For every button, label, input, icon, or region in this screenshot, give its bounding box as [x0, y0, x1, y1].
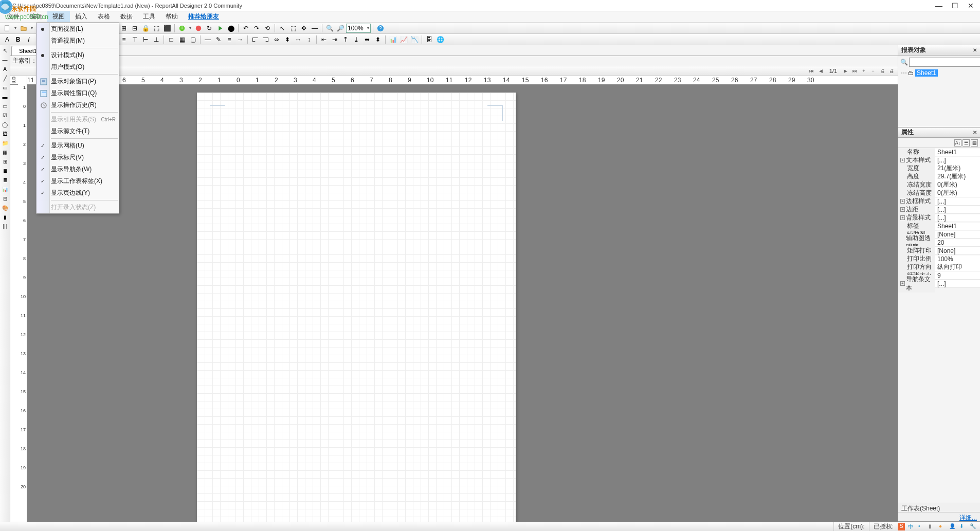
prop-row-5[interactable]: 冻结高度0(厘米) — [898, 189, 980, 197]
tool-rect2[interactable]: ▬ — [1, 93, 9, 101]
menu-data[interactable]: 数据 — [115, 11, 138, 22]
snap-right-button[interactable]: ⇥ — [330, 34, 340, 45]
pointer-tool[interactable]: ↖ — [277, 23, 287, 33]
prop-row-2[interactable]: 宽度21(厘米) — [898, 164, 980, 173]
pan-tool[interactable]: ✥ — [299, 23, 309, 33]
menu-item-1[interactable]: 普通视图(M) — [37, 35, 119, 47]
recommend-link[interactable]: 推荐给朋友 — [183, 11, 224, 22]
minimize-button[interactable]: — — [935, 2, 942, 10]
menu-item-15[interactable]: ✓显示导航条(W) — [37, 163, 119, 175]
object-search-input[interactable] — [909, 58, 980, 67]
menu-insert[interactable]: 插入 — [70, 11, 93, 22]
zoom-combo[interactable]: 100% — [346, 24, 371, 33]
tool-barcode[interactable]: ▮ — [1, 213, 9, 221]
tree-node-sheet[interactable]: ⋯ 🗀 Sheet1 — [900, 69, 978, 77]
menu-view[interactable]: 视图 — [47, 11, 70, 22]
open-button[interactable] — [19, 23, 29, 33]
menu-item-16[interactable]: ✓显示工作表标签(X) — [37, 175, 119, 187]
snap-top-button[interactable]: ⤒ — [340, 34, 351, 45]
tool-rect[interactable]: ▭ — [1, 83, 9, 91]
line-style-button[interactable]: — — [203, 34, 213, 45]
line-button[interactable]: ≡ — [224, 34, 234, 45]
size-w-button[interactable]: ↔ — [293, 34, 303, 45]
chart2-button[interactable]: 📈 — [398, 34, 409, 45]
prop-row-1[interactable]: +文本样式[...] — [898, 156, 980, 164]
chart3-button[interactable]: 📉 — [409, 34, 420, 45]
tray-icon-6[interactable]: 👤 — [949, 523, 956, 530]
italic-button[interactable]: I — [24, 34, 34, 45]
menu-item-8[interactable]: 显示操作历史(R) — [37, 99, 119, 111]
tool-text[interactable]: — — [1, 56, 9, 64]
nav-zoomin[interactable]: + — [860, 67, 868, 75]
center-v-button[interactable]: ⬍ — [373, 34, 383, 45]
size-h-button[interactable]: ↕ — [304, 34, 314, 45]
dist-h-button[interactable]: ⫍ — [250, 34, 260, 45]
tool-folder[interactable]: 📁 — [1, 139, 9, 147]
menu-help[interactable]: 帮助 — [160, 11, 183, 22]
menu-item-17[interactable]: ✓显示页边线(Y) — [37, 187, 119, 199]
menu-item-0[interactable]: 页面视图(L) — [37, 23, 119, 35]
tool-barcode2[interactable]: ||| — [1, 222, 9, 230]
menu-item-14[interactable]: ✓显示标尺(V) — [37, 152, 119, 163]
detail-link[interactable]: 详细... — [959, 514, 977, 520]
prop-row-8[interactable]: +背景样式[...] — [898, 214, 980, 222]
measure-tool[interactable]: — — [310, 23, 320, 33]
refresh-button[interactable]: ↻ — [204, 23, 214, 33]
tray-icon-2[interactable]: 中 — [908, 523, 915, 530]
close-button[interactable]: ✕ — [968, 2, 974, 10]
lock-button[interactable]: 🔒 — [140, 23, 151, 33]
group3-button[interactable]: ⬛ — [162, 23, 172, 33]
ungroup-button[interactable]: ⊟ — [130, 23, 140, 33]
maximize-button[interactable]: ☐ — [952, 2, 958, 10]
prop-page-icon[interactable]: ▤ — [971, 139, 978, 147]
nav-zoomout[interactable]: − — [869, 67, 877, 75]
prop-row-7[interactable]: +边距[...] — [898, 206, 980, 214]
add-green-button[interactable]: + — [177, 23, 187, 33]
align-top-button[interactable]: ⊤ — [130, 34, 140, 45]
menu-item-3[interactable]: 设计模式(N) — [37, 49, 119, 61]
tray-icon-1[interactable]: S — [898, 523, 905, 530]
play-button[interactable] — [215, 23, 225, 33]
tray-icon-8[interactable]: 🔧 — [970, 523, 977, 530]
align-bottom-button[interactable]: ⊥ — [151, 34, 161, 45]
tray-icon-4[interactable]: ▮ — [929, 523, 936, 530]
page[interactable] — [197, 93, 516, 522]
nav-last[interactable]: ⏭ — [850, 67, 859, 75]
prop-row-6[interactable]: +边框样式[...] — [898, 197, 980, 206]
tool-ellipse[interactable]: ◯ — [1, 120, 9, 129]
tool-colors[interactable]: 🎨 — [1, 204, 9, 212]
props-close-icon[interactable]: ✕ — [973, 130, 977, 135]
prop-row-9[interactable]: 标签Sheet1 — [898, 222, 980, 230]
menu-edit[interactable]: 编辑 — [25, 11, 47, 22]
redo-button[interactable]: ↷ — [251, 23, 262, 33]
select-tool[interactable]: ⬚ — [288, 23, 298, 33]
dist-v-button[interactable]: ⫎ — [261, 34, 271, 45]
nav-prev[interactable]: ◀ — [817, 67, 825, 75]
prop-cat-icon[interactable]: ☰ — [963, 139, 970, 147]
tray-icon-3[interactable]: • — [918, 523, 925, 530]
prop-row-3[interactable]: 高度29.7(厘米) — [898, 173, 980, 181]
menu-item-13[interactable]: ✓显示网格(U) — [37, 140, 119, 152]
tray-icon-5[interactable]: ● — [939, 523, 946, 530]
border-all-button[interactable]: ▦ — [177, 34, 187, 45]
group-button[interactable]: ⊞ — [119, 23, 129, 33]
tool-label[interactable]: A — [1, 65, 9, 73]
snap-bottom-button[interactable]: ⤓ — [351, 34, 361, 45]
db-button[interactable]: 🗄 — [424, 34, 434, 45]
prop-row-16[interactable]: +导航条文本[...] — [898, 280, 980, 288]
border-outer-button[interactable]: ▢ — [188, 34, 198, 45]
prop-row-4[interactable]: 冻结宽度0(厘米) — [898, 181, 980, 189]
chart1-button[interactable]: 📊 — [388, 34, 398, 45]
design-canvas[interactable] — [27, 85, 898, 522]
remove-button[interactable] — [193, 23, 204, 33]
history-button[interactable]: ⟲ — [262, 23, 273, 33]
prop-row-14[interactable]: 打印方向纵向打印 — [898, 263, 980, 271]
font-button[interactable]: A — [2, 34, 12, 45]
prop-row-11[interactable]: 辅助图透明度20 — [898, 239, 980, 247]
property-grid[interactable]: 名称Sheet1+文本样式[...]宽度21(厘米)高度29.7(厘米)冻结宽度… — [898, 148, 980, 503]
align-h-button[interactable]: ⬄ — [271, 34, 282, 45]
zoom-in-button[interactable]: 🔍 — [324, 23, 335, 33]
center-h-button[interactable]: ⬌ — [362, 34, 372, 45]
menu-item-6[interactable]: 显示对象窗口(P) — [37, 76, 119, 87]
tool-grid[interactable]: ⊞ — [1, 157, 9, 166]
